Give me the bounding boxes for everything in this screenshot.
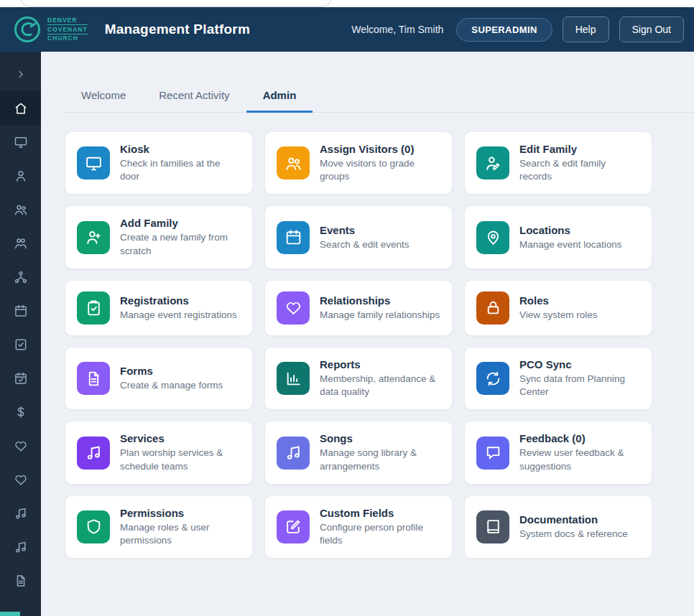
sidebar-item-events-check[interactable]	[0, 361, 41, 395]
book-icon	[476, 510, 509, 543]
card-reports[interactable]: ReportsMembership, attendance & data qua…	[264, 347, 453, 410]
card-relationships[interactable]: RelationshipsManage family relationships	[264, 280, 453, 336]
app-header: DENVER COVENANT CHURCH Management Platfo…	[0, 7, 694, 52]
role-badge: SUPERADMIN	[456, 18, 552, 42]
home-icon	[14, 101, 28, 116]
card-registrations[interactable]: RegistrationsManage event registrations	[65, 280, 253, 336]
family-icon	[14, 236, 28, 251]
chevron-right-icon	[15, 69, 26, 80]
card-text: Feedback (0)Review user feedback & sugge…	[519, 432, 640, 472]
card-text: Edit FamilySearch & edit family records	[519, 143, 640, 183]
card-pco-sync[interactable]: PCO SyncSync data from Planning Center	[464, 347, 652, 410]
card-title: PCO Sync	[519, 358, 640, 370]
sidebar-item-songs[interactable]	[0, 530, 41, 564]
card-text: Assign Visitors (0)Move visitors to grad…	[320, 143, 440, 183]
card-text: RelationshipsManage family relationships	[320, 294, 440, 322]
bottom-accent-strip	[0, 612, 20, 616]
card-text: LocationsManage event locations	[519, 224, 622, 251]
card-kiosk[interactable]: KioskCheck in families at the door	[65, 131, 253, 195]
people-icon	[14, 202, 28, 217]
main-content: WelcomeRecent ActivityAdmin KioskCheck i…	[41, 52, 694, 616]
card-title: Documentation	[519, 513, 628, 526]
card-title: Permissions	[120, 507, 241, 519]
card-title: Registrations	[120, 294, 237, 307]
card-text: ReportsMembership, attendance & data qua…	[320, 358, 440, 398]
app-title: Management Platform	[105, 22, 250, 37]
sidebar-item-expand-sidebar[interactable]	[0, 57, 41, 91]
card-forms[interactable]: FormsCreate & manage forms	[65, 347, 253, 410]
sidebar-item-kiosk[interactable]	[0, 125, 41, 159]
card-description: Move visitors to grade groups	[320, 157, 440, 183]
card-feedback-0[interactable]: Feedback (0)Review user feedback & sugge…	[464, 421, 652, 484]
card-text: KioskCheck in families at the door	[120, 143, 241, 183]
sidebar-item-people[interactable]	[0, 192, 41, 226]
tab-bar: WelcomeRecent ActivityAdmin	[65, 82, 694, 113]
sign-out-button[interactable]: Sign Out	[619, 17, 684, 42]
sidebar-item-home[interactable]	[0, 91, 41, 125]
page: DENVER COVENANT CHURCH Management Platfo…	[0, 0, 694, 616]
map-pin-icon	[476, 221, 509, 254]
sidebar-item-relationships-heart[interactable]	[0, 429, 41, 462]
sidebar-item-documentation[interactable]	[0, 564, 41, 597]
person-plus-icon	[77, 221, 110, 254]
card-events[interactable]: EventsSearch & edit events	[264, 205, 453, 269]
music-icon	[14, 506, 28, 521]
card-permissions[interactable]: PermissionsManage roles & user permissio…	[65, 495, 253, 559]
card-grid: KioskCheck in families at the doorAssign…	[65, 131, 652, 559]
card-title: Edit Family	[519, 143, 640, 155]
card-title: Roles	[519, 294, 598, 307]
tab-welcome[interactable]: Welcome	[65, 82, 142, 113]
card-title: Locations	[519, 224, 622, 236]
card-description: Create a new family from scratch	[120, 231, 241, 257]
sidebar-item-families[interactable]	[0, 226, 41, 260]
check-square-icon	[14, 337, 28, 352]
lock-icon	[476, 291, 509, 325]
sidebar-item-giving[interactable]	[0, 395, 41, 429]
sidebar-item-person[interactable]	[0, 159, 41, 192]
card-assign-visitors-0[interactable]: Assign Visitors (0)Move visitors to grad…	[264, 131, 453, 195]
sidebar-item-feedback-heart[interactable]	[0, 462, 41, 496]
sidebar-item-calendar[interactable]	[0, 294, 41, 327]
card-description: Check in families at the door	[120, 157, 241, 183]
music-icon	[77, 437, 110, 470]
people-icon	[277, 146, 310, 179]
tab-admin[interactable]: Admin	[246, 82, 313, 113]
card-description: System docs & reference	[519, 528, 628, 541]
church-logo: DENVER COVENANT CHURCH	[13, 15, 88, 44]
card-documentation[interactable]: DocumentationSystem docs & reference	[464, 495, 652, 559]
card-description: View system roles	[519, 309, 598, 322]
card-title: Feedback (0)	[519, 432, 640, 444]
card-custom-fields[interactable]: Custom FieldsConfigure person profile fi…	[264, 495, 453, 559]
card-add-family[interactable]: Add FamilyCreate a new family from scrat…	[65, 205, 253, 269]
heart-icon	[14, 472, 28, 487]
card-title: Custom Fields	[320, 507, 440, 519]
card-edit-family[interactable]: Edit FamilySearch & edit family records	[464, 131, 652, 195]
card-title: Events	[320, 224, 410, 236]
body-layout: WelcomeRecent ActivityAdmin KioskCheck i…	[0, 52, 694, 616]
sidebar-item-registrations[interactable]	[0, 327, 41, 361]
sidebar-item-services[interactable]	[0, 496, 41, 530]
sidebar-item-relationships[interactable]	[0, 260, 41, 294]
card-text: Custom FieldsConfigure person profile fi…	[320, 507, 440, 547]
card-description: Plan worship services & schedule teams	[120, 447, 241, 472]
card-locations[interactable]: LocationsManage event locations	[464, 205, 652, 269]
person-icon	[14, 169, 28, 183]
chat-icon	[476, 437, 509, 470]
file-icon	[77, 362, 110, 395]
card-description: Manage song library & arrangements	[320, 447, 440, 472]
card-title: Relationships	[320, 294, 440, 307]
heart-icon	[14, 439, 28, 453]
card-description: Configure person profile fields	[320, 521, 440, 547]
help-button[interactable]: Help	[563, 17, 609, 42]
card-title: Reports	[320, 358, 440, 370]
tab-recent-activity[interactable]: Recent Activity	[142, 82, 246, 113]
card-services[interactable]: ServicesPlan worship services & schedule…	[65, 421, 253, 484]
file-icon	[14, 574, 28, 588]
calendar-icon	[14, 304, 28, 318]
bar-chart-icon	[277, 362, 310, 395]
card-roles[interactable]: RolesView system roles	[464, 280, 652, 336]
card-songs[interactable]: SongsManage song library & arrangements	[264, 421, 453, 484]
dollar-icon	[14, 405, 28, 419]
heart-icon	[277, 291, 310, 325]
card-title: Services	[120, 432, 241, 444]
